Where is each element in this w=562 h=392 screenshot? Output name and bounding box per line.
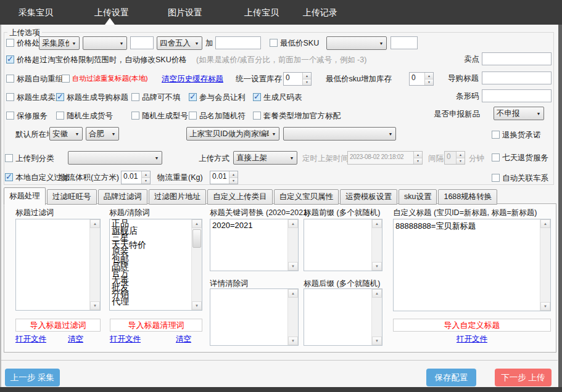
nav-upload-items[interactable]: 上传宝贝 xyxy=(244,7,279,18)
open-file-link[interactable]: 打开文件 xyxy=(110,334,141,345)
scrollbar[interactable]: ▲▼ xyxy=(191,219,202,310)
return-promise-checkbox[interactable] xyxy=(492,131,500,139)
scroll-down-icon[interactable]: ▼ xyxy=(372,262,382,271)
dup-title-filter-checkbox[interactable] xyxy=(62,75,70,83)
title-prefix-textarea[interactable] xyxy=(304,219,371,271)
custom-title-textarea[interactable] xyxy=(394,219,540,311)
scrollbar[interactable]: ▲▼ xyxy=(287,219,298,271)
price-source-dropdown[interactable]: 采集原价 ▼ xyxy=(39,36,80,50)
scroll-down-icon[interactable]: ▼ xyxy=(288,262,298,271)
sell-point-input[interactable] xyxy=(482,52,552,65)
merchant-code-dropdown[interactable]: 上家宝贝ID做为商家编码 ▼ xyxy=(186,127,279,141)
stepper-down-icon[interactable]: ▼ xyxy=(229,178,238,184)
unified-stock-stepper[interactable]: 0 ▲▼ xyxy=(283,72,312,86)
clear-link[interactable]: 清空 xyxy=(68,334,83,345)
title-clean-words-textarea[interactable] xyxy=(110,219,191,310)
brand-optional-checkbox[interactable] xyxy=(131,93,139,101)
price-adjust-amount-input[interactable] xyxy=(130,36,154,49)
title-regroup-checkbox[interactable] xyxy=(6,75,14,83)
member-discount-checkbox[interactable] xyxy=(189,93,197,101)
scrollbar[interactable]: ▲▼ xyxy=(371,219,382,271)
upload-category-checkbox[interactable] xyxy=(5,154,13,162)
seven-day-return-checkbox[interactable] xyxy=(492,153,500,161)
extra-option-dropdown[interactable]: ▼ xyxy=(283,127,396,141)
nav-image-settings[interactable]: 图片设置 xyxy=(168,7,202,18)
open-file-link[interactable]: 打开文件 xyxy=(15,334,46,345)
stepper-up-icon[interactable]: ▲ xyxy=(229,171,238,178)
stepper-up-icon[interactable]: ▲ xyxy=(142,171,150,178)
tab-1688-spec-convert[interactable]: 1688规格转换 xyxy=(438,189,497,205)
stepper-up-icon[interactable]: ▲ xyxy=(303,73,311,80)
logistics-volume-stepper[interactable]: 0.01 ▲▼ xyxy=(121,171,151,184)
min-price-sku-dropdown[interactable]: ▼ xyxy=(326,36,387,50)
scroll-up-icon[interactable]: ▲ xyxy=(288,289,298,298)
logistics-weight-stepper[interactable]: 0.01 ▲▼ xyxy=(210,171,238,184)
scrollbar[interactable]: ▲▼ xyxy=(371,289,382,345)
title-guide-checkbox[interactable] xyxy=(56,93,64,101)
tab-custom-item-attrs[interactable]: 自定义宝贝属性 xyxy=(274,189,339,205)
scrollbar[interactable]: ▲▼ xyxy=(89,219,100,310)
upload-method-dropdown[interactable]: 直接上架 ▼ xyxy=(233,151,297,165)
category-dropdown[interactable]: ▼ xyxy=(68,151,162,165)
title-filter-words-textarea[interactable] xyxy=(16,219,89,310)
prev-step-collect-button[interactable]: 上一步 采集 xyxy=(5,369,60,386)
tab-filter-image-url[interactable]: 过滤图片地址 xyxy=(149,189,206,205)
rounding-dropdown[interactable]: 四舍五入 ▼ xyxy=(157,36,202,50)
province-dropdown[interactable]: 安徽 ▼ xyxy=(49,127,83,141)
size-chart-checkbox[interactable] xyxy=(253,93,261,101)
stepper-down-icon[interactable]: ▼ xyxy=(425,80,433,86)
stepper-down-icon[interactable]: ▼ xyxy=(142,178,150,184)
combo-official-checkbox[interactable] xyxy=(253,112,261,120)
scroll-thumb[interactable] xyxy=(192,229,201,248)
random-model-checkbox[interactable] xyxy=(131,112,139,120)
tab-title-processing[interactable]: 标题处理 xyxy=(4,187,46,205)
scroll-down-icon[interactable]: ▼ xyxy=(540,302,550,311)
barcode-input[interactable] xyxy=(482,89,552,102)
minsku-add-stock-stepper[interactable]: 0 ▲▼ xyxy=(409,72,434,86)
import-custom-title-button[interactable]: 导入自定义标题 xyxy=(393,319,551,332)
stepper-up-icon[interactable]: ▲ xyxy=(425,73,433,80)
price-add-input[interactable] xyxy=(215,36,261,49)
scroll-up-icon[interactable]: ▲ xyxy=(192,219,202,228)
tab-brand-filter-words[interactable]: 品牌过滤词 xyxy=(98,189,148,205)
scroll-down-icon[interactable]: ▼ xyxy=(192,301,202,310)
import-title-filter-words-button[interactable]: 导入标题过滤词 xyxy=(15,319,101,332)
title-sellpoint-checkbox[interactable] xyxy=(6,93,14,101)
price-adjust-dropdown[interactable]: ▼ xyxy=(83,36,127,50)
scrollbar[interactable]: ▲▼ xyxy=(540,219,550,311)
random-itemno-checkbox[interactable] xyxy=(56,112,64,120)
scroll-down-icon[interactable]: ▼ xyxy=(288,337,298,345)
save-config-button[interactable]: 保存配置 xyxy=(426,369,476,386)
auto-fix-sku-price-checkbox[interactable] xyxy=(6,55,14,63)
import-title-clean-words-button[interactable]: 导入标题清理词 xyxy=(110,319,202,332)
nav-collect-items[interactable]: 采集宝贝 xyxy=(19,7,53,18)
city-dropdown[interactable]: 合肥 ▼ xyxy=(86,127,119,141)
guide-title-input[interactable] xyxy=(482,71,552,84)
min-price-sku-checkbox[interactable] xyxy=(270,39,278,47)
keyword-replace-textarea[interactable] xyxy=(210,219,287,271)
tab-sku-settings[interactable]: sku设置 xyxy=(399,189,437,205)
scroll-up-icon[interactable]: ▲ xyxy=(90,219,100,228)
min-price-sku-input[interactable] xyxy=(391,36,418,49)
scroll-up-icon[interactable]: ▲ xyxy=(540,219,550,228)
nav-upload-settings[interactable]: 上传设置 xyxy=(94,7,129,18)
scroll-up-icon[interactable]: ▲ xyxy=(372,289,382,298)
title-suffix-textarea[interactable] xyxy=(304,289,371,345)
clear-link[interactable]: 清空 xyxy=(176,334,191,345)
detail-clean-words-textarea[interactable] xyxy=(210,289,287,345)
tab-filter-wangwang[interactable]: 过滤旺旺号 xyxy=(47,189,97,205)
auto-link-car-checkbox[interactable] xyxy=(492,174,500,182)
nav-upload-records[interactable]: 上传记录 xyxy=(303,7,337,18)
tab-custom-upload-category[interactable]: 自定义上传类目 xyxy=(207,189,273,205)
name-random-char-checkbox[interactable] xyxy=(189,112,197,120)
open-file-link[interactable]: 打开文件 xyxy=(457,334,487,345)
scrollbar[interactable]: ▲▼ xyxy=(287,289,298,345)
declare-new-dropdown[interactable]: 不申报 ▼ xyxy=(494,107,544,120)
scroll-down-icon[interactable]: ▼ xyxy=(372,337,382,345)
local-custom-filter-checkbox[interactable] xyxy=(5,173,13,181)
stepper-down-icon[interactable]: ▼ xyxy=(303,80,311,86)
warranty-checkbox[interactable] xyxy=(6,112,14,120)
scroll-up-icon[interactable]: ▲ xyxy=(288,219,298,228)
price-handling-checkbox[interactable] xyxy=(6,39,14,47)
next-step-upload-button[interactable]: 下一步 上传 xyxy=(495,369,552,386)
